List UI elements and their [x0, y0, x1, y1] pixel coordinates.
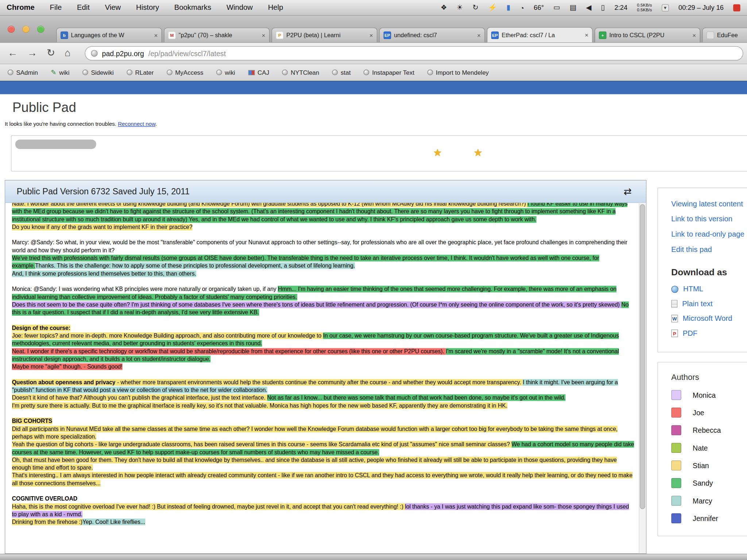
pad-version-title: Public Pad Version 6732 Saved July 15, 2…	[17, 186, 190, 196]
clock-icon[interactable]: ◔	[520, 4, 524, 12]
reconnect-link[interactable]: Reconnect now	[118, 121, 155, 127]
pad-line: BIG COHORTS	[12, 417, 634, 425]
bookmark-item[interactable]: stat	[332, 69, 351, 76]
download-row[interactable]: PPDF	[671, 329, 747, 338]
tab-strip-bar: bLanguages of the W×M"p2pu" (70) – shakl…	[0, 16, 747, 43]
plaintext-icon	[671, 300, 677, 308]
menu-item-file[interactable]: File	[50, 3, 62, 12]
keyboard-icon[interactable]: ▤	[570, 3, 577, 12]
bookmark-label: Sidewiki	[91, 69, 113, 76]
menu-item-window[interactable]: Window	[227, 3, 253, 12]
menu-app-chrome[interactable]: Chrome	[7, 3, 35, 12]
favorite-star-icon[interactable]: ★	[433, 147, 442, 159]
update-icon[interactable]: ↻	[472, 3, 478, 12]
back-icon[interactable]: ←	[8, 46, 18, 60]
swap-panes-icon[interactable]: ⇄	[624, 186, 632, 197]
bookmark-item[interactable]: CAJ	[248, 69, 269, 76]
author-row: Nate	[671, 443, 747, 453]
tab-active[interactable]: EPEtherPad: cscl7 / La×	[487, 27, 593, 42]
pad-line: We've tried this with professionals with…	[12, 254, 634, 270]
tab[interactable]: +Intro to CSCL (P2PU×	[595, 28, 700, 42]
window-bottom-edge	[0, 554, 747, 560]
bookmark-item[interactable]: ✎wiki	[51, 69, 69, 76]
pad-scrollbar-thumb[interactable]	[640, 204, 645, 509]
pad-link[interactable]: Edit this pad	[671, 245, 747, 254]
pad-link[interactable]: Viewing latest content	[671, 199, 747, 208]
reload-icon[interactable]: ↻	[47, 46, 55, 60]
countdown-label[interactable]: 00:29 – July 16	[678, 4, 724, 11]
tab-close-icon[interactable]: ×	[369, 32, 373, 39]
pad-link[interactable]: Link to this version	[671, 215, 747, 223]
menu-item-bookmarks[interactable]: Bookmarks	[174, 3, 211, 12]
bookmark-item[interactable]: Import to Mendeley	[427, 69, 489, 76]
temperature-label[interactable]: 66°	[534, 4, 544, 11]
pad-body[interactable]: Nate: I wonder about the different effec…	[5, 203, 639, 553]
tab-close-icon[interactable]: ×	[692, 32, 696, 39]
author-row: Rebecca	[671, 425, 747, 435]
tab-close-icon[interactable]: ×	[585, 31, 588, 39]
bookmark-label: stat	[341, 69, 351, 76]
globe-icon	[167, 70, 173, 75]
flash-icon[interactable]: ⚡	[488, 3, 497, 12]
globe-icon	[364, 70, 369, 75]
zoom-window-button[interactable]	[37, 26, 44, 33]
bookmark-label: wiki	[225, 69, 235, 76]
macos-menu-bar: Chrome FileEditViewHistoryBookmarksWindo…	[0, 0, 747, 16]
minimize-window-button[interactable]	[22, 26, 30, 33]
pad-line: Does this not seem to be the case quite …	[12, 301, 634, 316]
tab[interactable]: EPundefined: cscl7×	[379, 28, 485, 42]
html-icon	[671, 285, 678, 293]
forward-icon[interactable]: →	[27, 46, 37, 60]
bookmark-item[interactable]: SAdmin	[8, 69, 38, 76]
tab[interactable]: EduFee×	[702, 28, 747, 42]
bookmark-item[interactable]: NYTClean	[282, 69, 319, 76]
battery-charging-icon[interactable]: ▯	[601, 3, 605, 12]
pad-text-segment: Drinking from the firehose :)	[12, 519, 82, 525]
device-icon[interactable]: ▮	[506, 3, 510, 12]
brightness-icon[interactable]: ☀	[457, 3, 463, 12]
menu-item-help[interactable]: Help	[268, 3, 283, 12]
pad-line: Yeah the question of big cohorts - like …	[12, 440, 634, 456]
download-row[interactable]: WMicrosoft Word	[671, 314, 747, 323]
tab[interactable]: PP2PU (beta) | Learni×	[271, 28, 377, 42]
download-row[interactable]: HTML	[671, 285, 747, 293]
tab[interactable]: M"p2pu" (70) – shakle×	[164, 28, 270, 42]
pad-text-segment: And, I think some professions lend thems…	[12, 270, 196, 277]
author-name: Jennifer	[693, 514, 718, 522]
pad-link[interactable]: Link to read-only page	[671, 230, 747, 239]
bookmark-item[interactable]: wiki	[216, 69, 235, 76]
bookmark-item[interactable]: Sidewiki	[82, 69, 114, 76]
pad-line: Joe: fewer topics? and more in-depth. mo…	[12, 332, 634, 347]
tab-close-icon[interactable]: ×	[477, 32, 481, 39]
battery-meter-icon[interactable]: ▭	[553, 3, 560, 12]
bookmark-item[interactable]: Instapaper Text	[364, 69, 414, 76]
pad-scrollbar	[639, 203, 646, 553]
tab-close-icon[interactable]: ×	[262, 32, 266, 39]
tab[interactable]: bLanguages of the W×	[56, 28, 162, 42]
spaces-icon[interactable]: ❖	[441, 3, 447, 12]
favorite-star-icon[interactable]: ★	[473, 147, 483, 159]
bookmark-item[interactable]: RLater	[127, 69, 154, 76]
tab-close-icon[interactable]: ×	[154, 32, 158, 39]
pad-text-segment: That's interesting.. I am always interes…	[12, 472, 632, 487]
notification-icon[interactable]	[733, 4, 740, 11]
bookmark-label: MyAccess	[175, 69, 203, 76]
home-icon[interactable]: ⌂	[65, 46, 71, 60]
bookmark-item[interactable]: MyAccess	[167, 69, 204, 76]
volume-icon[interactable]: ◀	[586, 3, 591, 12]
menu-item-history[interactable]: History	[136, 3, 159, 12]
connection-notice: It looks like you're having connection t…	[5, 121, 157, 127]
dropdown-icon[interactable]: ▾	[662, 4, 669, 11]
url-bar[interactable]: pad.p2pu.org/ep/pad/view/cscl7/latest	[85, 46, 743, 61]
page-content: Public Pad It looks like you're having c…	[0, 94, 747, 554]
bookmark-label: RLater	[135, 69, 154, 76]
menu-item-edit[interactable]: Edit	[77, 3, 90, 12]
pad-links: Viewing latest contentLink to this versi…	[671, 199, 747, 254]
tab-favicon	[707, 31, 714, 39]
network-speed-label[interactable]: 0.5KB/s0.5KB/s	[637, 3, 652, 12]
close-window-button[interactable]	[8, 26, 15, 33]
download-row[interactable]: Plain text	[671, 300, 747, 308]
pad-text-segment: Marcy: @Sandy: So what, in your view, wo…	[12, 239, 627, 254]
clock-label[interactable]: 2:24	[615, 4, 628, 11]
menu-item-view[interactable]: View	[105, 3, 121, 12]
